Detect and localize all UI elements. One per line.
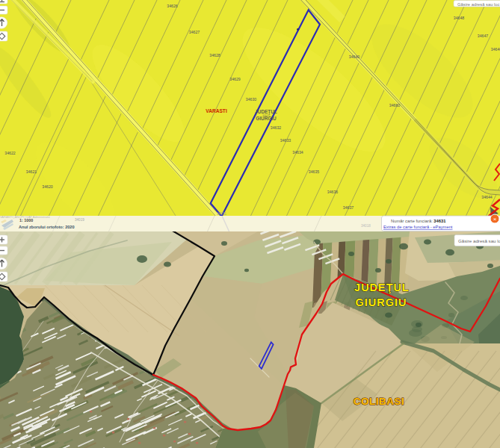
svg-text:GIURGIU: GIURGIU bbox=[256, 116, 277, 121]
svg-text:34660: 34660 bbox=[389, 103, 401, 108]
svg-text:JUDEŢUL: JUDEŢUL bbox=[354, 281, 410, 293]
svg-text:1: 1000: 1: 1000 bbox=[19, 218, 33, 223]
svg-text:34620: 34620 bbox=[42, 184, 53, 189]
svg-text:34632: 34632 bbox=[271, 125, 282, 130]
svg-text:34640: 34640 bbox=[349, 55, 360, 59]
svg-text:34647: 34647 bbox=[478, 34, 489, 38]
svg-text:34644: 34644 bbox=[481, 195, 493, 199]
svg-text:GIURGIU: GIURGIU bbox=[355, 296, 407, 308]
svg-text:34648: 34648 bbox=[454, 16, 465, 20]
svg-text:34622: 34622 bbox=[4, 151, 16, 155]
svg-text:34629: 34629 bbox=[229, 77, 241, 81]
svg-text:34637: 34637 bbox=[343, 205, 354, 210]
svg-text:34626: 34626 bbox=[167, 4, 178, 8]
svg-text:34627: 34627 bbox=[189, 30, 200, 34]
svg-text:VARASTI: VARASTI bbox=[206, 108, 227, 113]
svg-text:34636: 34636 bbox=[327, 190, 339, 194]
svg-text:34031: 34031 bbox=[217, 212, 226, 216]
svg-text:34018: 34018 bbox=[361, 224, 371, 228]
svg-text:34630: 34630 bbox=[246, 97, 257, 102]
svg-text:34621: 34621 bbox=[26, 169, 37, 174]
svg-text:Anul zborului ortofoto: 2020: Anul zborului ortofoto: 2020 bbox=[19, 225, 75, 229]
svg-text:COLIBASI: COLIBASI bbox=[354, 396, 405, 407]
svg-text:34635: 34635 bbox=[309, 169, 320, 174]
svg-text:34019: 34019 bbox=[75, 218, 84, 222]
svg-text:34646: 34646 bbox=[491, 47, 500, 52]
svg-text:34633: 34633 bbox=[280, 138, 291, 143]
svg-text:34634: 34634 bbox=[292, 150, 303, 155]
svg-text:34628: 34628 bbox=[209, 53, 220, 57]
